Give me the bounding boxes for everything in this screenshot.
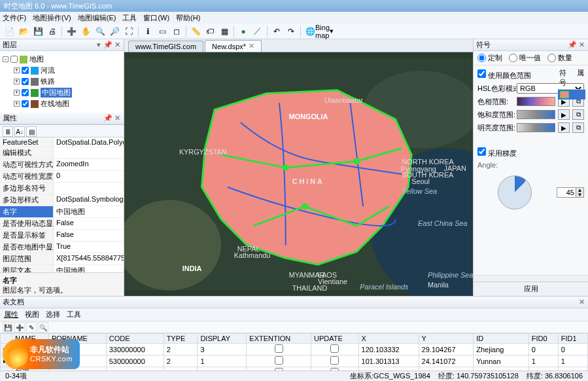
symbol-close-icon[interactable]: ✕: [578, 41, 585, 49]
menu-tools[interactable]: 工具: [122, 13, 137, 23]
svg-point-6: [283, 164, 289, 171]
svg-text:Seoul: Seoul: [411, 177, 430, 185]
layer-node[interactable]: +河流: [3, 65, 121, 76]
hue-gradient[interactable]: [517, 97, 555, 106]
table-row[interactable]: ▸新疆285.65810342.002464Xinjiang22: [1, 367, 588, 371]
statusbar: 0-34项 坐标系:GCS_WGS_1984 经度: 140.759735105…: [0, 371, 588, 381]
pin-icon[interactable]: ▾: [95, 41, 103, 49]
property-row[interactable]: 多边形样式DotSpatial.Symbology.: [0, 194, 124, 206]
tbl-save-icon[interactable]: 💾: [3, 322, 13, 333]
close-icon[interactable]: ✕: [113, 41, 121, 49]
layer-node[interactable]: -地图: [3, 54, 121, 65]
pin3-icon[interactable]: 📌: [104, 115, 112, 122]
property-row[interactable]: 是否在地图中显示图层True: [0, 242, 124, 253]
layer-tree[interactable]: -地图+河流+铁路+中国地图+在线地图: [0, 51, 124, 113]
use-gradient-checkbox[interactable]: 采用梯度: [477, 149, 517, 157]
layer-node[interactable]: +在线地图: [3, 98, 121, 109]
tbl-edit-icon[interactable]: ✎: [26, 322, 37, 333]
symbol-tab-unique[interactable]: 唯一值: [509, 53, 541, 63]
sat-gradient[interactable]: [517, 110, 555, 119]
table-tab-select[interactable]: 选择: [46, 310, 60, 319]
table-close-icon[interactable]: ✕: [578, 299, 585, 306]
menu-help[interactable]: 帮助(H): [176, 13, 200, 23]
map-canvas[interactable]: MONGOLIA CHINA INDIA NEPAL MYANMAR LAOS …: [124, 52, 473, 296]
property-row[interactable]: 图层文本中国地图: [0, 265, 124, 272]
add-layer-icon[interactable]: ➕: [65, 25, 78, 38]
redo-icon[interactable]: ↷: [285, 25, 298, 38]
open-icon[interactable]: 📂: [17, 25, 30, 38]
layer-node[interactable]: +中国地图: [3, 87, 121, 98]
label-icon[interactable]: 🏷: [203, 25, 216, 38]
property-row[interactable]: 编辑模式: [0, 147, 124, 159]
point-icon[interactable]: ●: [237, 25, 250, 38]
close2-icon[interactable]: ✕: [113, 115, 121, 122]
watermark-logo: 非凡软件站CRSKY.com: [3, 339, 80, 369]
tab-close-icon[interactable]: ✕: [249, 42, 254, 50]
property-row[interactable]: 图层范围X[8175445.55884775|1503: [0, 253, 124, 265]
property-row[interactable]: FeatureSetDotSpatial.Data.Polygon: [0, 137, 124, 147]
menu-window[interactable]: 窗口(W): [143, 13, 169, 23]
property-row[interactable]: 多边形名符号: [0, 183, 124, 194]
measure-icon[interactable]: 📏: [189, 25, 202, 38]
tab-newdoc[interactable]: New.dspx*✕: [205, 40, 262, 52]
table-row[interactable]: ▸云南云南53000000021101.30131324.141072Yunna…: [1, 355, 588, 367]
attribute-table[interactable]: NAMEPOPNAMECODETYPEDISPLAYEXTENTIONUPDAT…: [0, 333, 588, 371]
property-row[interactable]: 是否显示标签False: [0, 230, 124, 242]
print-icon[interactable]: 🖨: [46, 25, 59, 38]
table-tab-attr[interactable]: 属性: [4, 310, 18, 319]
symbol-mode-tabs: 定制 唯一值 数量: [474, 51, 588, 65]
angle-spinner[interactable]: ▲▼: [557, 187, 584, 198]
svg-point-5: [302, 203, 308, 209]
light-play-icon[interactable]: ▶: [558, 122, 570, 133]
table-tabs: 属性 视图 选择 工具: [0, 308, 588, 321]
symbol-tab-qty[interactable]: 数量: [547, 53, 572, 63]
use-color-checkbox[interactable]: 使用颜色范围: [477, 71, 531, 79]
table-row[interactable]: ▸浙江浙江33000000023120.10333229.104267Zheji…: [1, 344, 588, 355]
row-range: 0-34项: [5, 371, 27, 381]
light-gradient[interactable]: [517, 123, 555, 132]
new-icon[interactable]: 📄: [3, 25, 16, 38]
pin2-icon[interactable]: 📌: [104, 41, 112, 49]
symbol-pin-icon[interactable]: 📌: [568, 41, 576, 49]
props-cat-icon[interactable]: ≣: [3, 126, 13, 137]
table-tab-view[interactable]: 视图: [25, 310, 39, 319]
light-pick-icon[interactable]: ⧉: [572, 122, 584, 133]
props-page-icon[interactable]: ▤: [26, 126, 37, 137]
menu-file[interactable]: 文件(F): [3, 13, 26, 23]
zoomin-icon[interactable]: 🔍: [94, 25, 107, 38]
menu-mapop[interactable]: 地图操作(V): [33, 13, 71, 23]
sat-pick-icon[interactable]: ⧉: [572, 109, 584, 120]
layer-node[interactable]: +铁路: [3, 76, 121, 87]
table-tab-tools[interactable]: 工具: [67, 310, 81, 319]
layers-panel-title: 图层 ▾📌✕: [0, 39, 124, 51]
zoomout-icon[interactable]: 🔎: [108, 25, 121, 38]
tbl-query-icon[interactable]: 🔍: [38, 322, 48, 333]
pan-icon[interactable]: ✋: [79, 25, 92, 38]
apply-button[interactable]: 应用: [474, 281, 588, 296]
tbl-add-icon[interactable]: ➕: [14, 322, 25, 333]
symbol-tab-custom[interactable]: 定制: [477, 53, 502, 63]
line-tool-icon[interactable]: ／: [251, 25, 264, 38]
identify-icon[interactable]: ℹ: [141, 25, 154, 38]
angle-down-icon[interactable]: ▼: [576, 192, 583, 197]
deselect-icon[interactable]: ◻: [170, 25, 183, 38]
save-icon[interactable]: 💾: [31, 25, 44, 38]
tab-home[interactable]: www.TimeGIS.com: [128, 41, 203, 52]
sat-play-icon[interactable]: ▶: [558, 109, 570, 120]
props-panel-title: 属性 📌✕: [0, 113, 124, 124]
property-row[interactable]: 动态可视性方式ZoomedIn: [0, 159, 124, 171]
property-grid[interactable]: FeatureSetDotSpatial.Data.Polygon编辑模式动态可…: [0, 137, 124, 272]
table-icon[interactable]: ▦: [218, 25, 231, 38]
undo-icon[interactable]: ↶: [270, 25, 283, 38]
property-row[interactable]: 名字中国地图: [0, 206, 124, 218]
props-az-icon[interactable]: A↓: [14, 126, 25, 137]
property-row[interactable]: 动态可视性宽度0: [0, 171, 124, 183]
menu-mapedit[interactable]: 地图编辑(E): [78, 13, 116, 23]
property-row[interactable]: 是否使用动态显示属性False: [0, 218, 124, 230]
basemap-dropdown[interactable]: Bing map ▾: [318, 25, 331, 38]
fullext-icon[interactable]: ⛶: [122, 25, 135, 38]
props-toolbar: ≣ A↓ ▤: [0, 124, 124, 137]
hscroll[interactable]: [474, 275, 588, 281]
select-icon[interactable]: ▭: [156, 25, 169, 38]
angle-pie[interactable]: [498, 175, 532, 209]
